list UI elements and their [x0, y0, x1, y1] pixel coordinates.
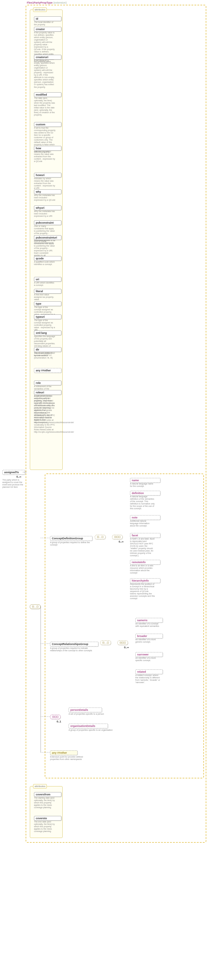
- attr-title: coversfrom: [36, 793, 60, 796]
- attr-desc: A refinement of the semantics of the pro…: [34, 395, 56, 433]
- attr-typeuri[interactable]: typeuri: [34, 315, 61, 319]
- root-element[interactable]: assignedTo: [2, 470, 25, 475]
- attr-pubconstraint[interactable]: pubconstraint: [34, 220, 61, 225]
- attr-pubconstrainturi[interactable]: pubconstrainturi: [34, 235, 61, 240]
- any-other-title: any ##other: [52, 751, 76, 754]
- attr-desc: The starting date (and optionally, the t…: [34, 797, 56, 809]
- attr-id[interactable]: id: [34, 16, 61, 21]
- child-title: broader: [137, 635, 161, 638]
- attr2-coversfrom[interactable]: coversfrom: [34, 792, 61, 797]
- children-boundary: [45, 474, 204, 778]
- crg-related[interactable]: related: [136, 670, 163, 674]
- attr-title: role: [36, 382, 60, 385]
- cdg-name[interactable]: name: [130, 478, 160, 483]
- cdg-facet[interactable]: facet: [130, 533, 160, 538]
- personorg-occ: 0..1: [57, 720, 61, 723]
- cdg-seq-connector: ⊟…⊡: [95, 535, 105, 539]
- attr-desc: The type of the concept assigned as cont…: [34, 319, 56, 331]
- concept-definition-group[interactable]: ConceptDefinitionGroup: [50, 536, 93, 541]
- attr-title: pubconstrainturi: [36, 236, 60, 239]
- attr-literal[interactable]: literal: [34, 289, 61, 294]
- attr-desc: Why the metadata has been included - exp…: [34, 210, 56, 217]
- attr-xmllang[interactable]: xml:lang: [34, 331, 61, 335]
- attributes2-label: attributes: [33, 784, 47, 789]
- attr2-coversto[interactable]: coversto: [34, 816, 61, 821]
- attr-title: uri: [36, 278, 60, 281]
- attr-whyuri[interactable]: whyuri: [34, 205, 61, 210]
- attr-desc: Indicates by which means the value was e…: [34, 178, 56, 189]
- attr-anyother[interactable]: any ##other: [34, 368, 61, 373]
- attr-roleuri[interactable]: roleuri: [34, 390, 61, 395]
- attr-how[interactable]: how: [34, 146, 61, 151]
- attr-title: xml:lang: [36, 331, 60, 334]
- attr-type[interactable]: type: [34, 301, 61, 306]
- guide-line: [41, 716, 49, 717]
- any-other[interactable]: any ##other: [50, 751, 78, 755]
- personorg-choice-connector: ⊟⊡⊡: [50, 715, 61, 719]
- child-desc: An identifier of a more specific concept…: [136, 657, 160, 662]
- attr-creator[interactable]: creator: [34, 27, 61, 32]
- crg-choice-connector: ⊟⊡⊡: [118, 641, 128, 645]
- child-title: hierarchyInfo: [132, 579, 159, 582]
- attr-why[interactable]: why: [34, 189, 61, 194]
- crg-occ: 0..∞: [124, 646, 129, 649]
- person-details[interactable]: personDetails: [69, 708, 102, 712]
- child-title: remoteInfo: [132, 561, 159, 564]
- attr-desc: If the attribute is empty, specifies whi…: [34, 60, 56, 88]
- crg-sameAs[interactable]: sameAs: [136, 618, 163, 623]
- child-title: name: [132, 479, 159, 482]
- attr-desc: The local identifier of the property.: [34, 21, 56, 26]
- attr-title: any ##other: [36, 369, 60, 372]
- child-title: related: [137, 670, 161, 673]
- attr-title: how: [36, 147, 60, 150]
- concept-relationships-group[interactable]: ConceptRelationshipsGroup: [50, 642, 98, 646]
- attr-dir[interactable]: dir: [34, 347, 61, 352]
- cdg-remoteInfo[interactable]: remoteInfo: [130, 560, 160, 565]
- cdg-definition[interactable]: definition: [130, 491, 160, 495]
- child-title: definition: [132, 492, 159, 495]
- attr-desc: Indicates by which means the value was e…: [34, 151, 56, 162]
- child-desc: A link to an item or a web resource whic…: [130, 565, 155, 574]
- crg-narrower[interactable]: narrower: [136, 652, 163, 657]
- child-desc: In NAR 1.8 and later, facet is deprecate…: [130, 538, 155, 557]
- cdg-title: ConceptDefinitionGroup: [52, 537, 91, 540]
- organisation-details-title: organisationDetails: [70, 724, 106, 727]
- root-element-title: assignedTo: [4, 471, 23, 474]
- attr-role[interactable]: role: [34, 380, 61, 385]
- child-desc: Represents the position of a concept in …: [130, 583, 155, 600]
- cdg-note[interactable]: note: [130, 515, 160, 520]
- attr-title: howuri: [36, 173, 60, 177]
- root-desc: The party which is assigned to cover the…: [2, 479, 26, 488]
- child-desc: A related concept, where the relationshi…: [136, 674, 160, 684]
- attr-title: dir: [36, 348, 60, 351]
- attr-desc: Why the metadata has been included - exp…: [34, 194, 56, 201]
- crg-broader[interactable]: broader: [136, 634, 163, 638]
- attr-title: custom: [36, 123, 60, 126]
- cdg-desc: A group of properties required to define…: [50, 541, 92, 546]
- child-desc: A natural language definition of the sem…: [130, 495, 155, 510]
- attr-custom[interactable]: custom: [34, 122, 61, 127]
- attr-title: creator: [36, 28, 60, 31]
- attributes-label: attributes: [33, 8, 47, 12]
- cdg-hierarchyInfo[interactable]: hierarchyInfo: [130, 578, 160, 583]
- organisation-details[interactable]: organisationDetails: [69, 724, 108, 729]
- attr-creatoruri[interactable]: creatoruri: [34, 55, 61, 60]
- attr-title: qcode: [36, 257, 60, 260]
- child-desc: Additional natural language information …: [130, 520, 155, 527]
- attr-title: id: [36, 17, 60, 20]
- attr-desc: A qualified code which identifies a conc…: [34, 261, 56, 266]
- attr-title: why: [36, 190, 60, 193]
- attr-desc: The end date (and optionally, the time) …: [34, 821, 56, 833]
- child-desc: An identifier of a concept with equivale…: [136, 623, 160, 627]
- type-ext: (extension): [53, 1, 67, 4]
- attr-title: whyuri: [36, 206, 60, 209]
- attr-title: typeuri: [36, 315, 60, 318]
- type-title: Flex1PartyPropType: [27, 1, 53, 4]
- person-details-title: personDetails: [70, 708, 100, 711]
- attr-uri[interactable]: uri: [34, 277, 61, 282]
- attr-title: roleuri: [36, 391, 60, 394]
- attr-howuri[interactable]: howuri: [34, 173, 61, 178]
- attr-qcode[interactable]: qcode: [34, 256, 61, 261]
- organisation-details-desc: A group of properties specific to an org…: [69, 729, 113, 731]
- attr-modified[interactable]: modified: [34, 92, 61, 97]
